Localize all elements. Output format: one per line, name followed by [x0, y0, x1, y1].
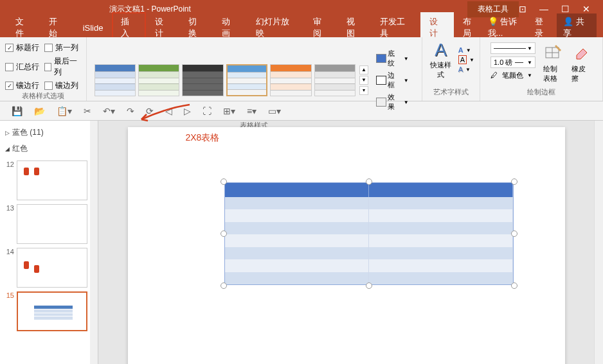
slide-title-text[interactable]: 2X8表格	[186, 132, 220, 144]
group-label-options: 表格样式选项	[5, 91, 81, 102]
resize-handle-tl[interactable]	[221, 178, 227, 185]
pen-color-button[interactable]: 🖊笔颜色▼	[491, 71, 536, 80]
resize-handle-ml[interactable]	[221, 230, 227, 237]
table-style-2[interactable]	[138, 64, 179, 96]
slide-thumb-14[interactable]	[17, 248, 87, 288]
quick-style-button[interactable]: A 快速样式	[428, 40, 455, 80]
resize-handle-tm[interactable]	[366, 178, 372, 185]
group-label-wordart: 艺术字样式	[428, 87, 474, 98]
close-button[interactable]: ✕	[582, 4, 590, 14]
text-outline-button[interactable]: A▼	[458, 55, 474, 64]
resize-handle-bl[interactable]	[221, 282, 227, 289]
slide-thumb-12[interactable]	[17, 160, 87, 200]
minimize-button[interactable]: —	[539, 4, 548, 14]
slide-thumb-13[interactable]	[17, 204, 87, 244]
slide-thumb-15[interactable]	[17, 291, 87, 331]
draw-table-button[interactable]: 绘制表格	[543, 42, 564, 83]
category-red[interactable]: ◢红色	[4, 141, 94, 157]
checkbox-last-col[interactable]: 最后一列	[44, 56, 81, 78]
qat-cut-icon[interactable]: ✂	[84, 106, 91, 116]
styles-row-up[interactable]: ▲	[359, 65, 368, 74]
effects-button[interactable]: 效果▼	[375, 91, 410, 113]
text-effects-button[interactable]: A▼	[458, 65, 474, 73]
menu-bar: 文件 开始 iSlide 插入 设计 切换 动画 幻灯片放映 审阅 视图 开发工…	[0, 18, 603, 37]
table-style-1[interactable]	[94, 64, 136, 96]
shading-button[interactable]: 底纹▼	[375, 48, 410, 69]
tell-me-search[interactable]: 💡 告诉我...	[488, 16, 529, 39]
group-label-draw-borders: 绘制边框	[485, 87, 597, 98]
resize-handle-mr[interactable]	[511, 230, 518, 237]
ribbon: 标题行 第一列 汇总行 最后一列 镶边行 镶边列 表格样式选项 ▲ ▼ ▾ 底纹…	[0, 37, 603, 101]
slide-number: 15	[4, 291, 14, 299]
slide-number: 13	[4, 204, 14, 212]
vertical-scrollbar[interactable]	[594, 121, 603, 364]
text-fill-button[interactable]: A▼	[458, 46, 474, 54]
category-blue[interactable]: ▷蓝色 (11)	[4, 125, 94, 141]
styles-more[interactable]: ▾	[359, 86, 368, 95]
eraser-button[interactable]: 橡皮擦	[572, 42, 592, 83]
slide-canvas[interactable]: 2X8表格	[128, 127, 565, 364]
login-button[interactable]: 登录	[535, 16, 550, 39]
qat-save-icon[interactable]: 💾	[12, 106, 22, 116]
slide-editor-area[interactable]: 2X8表格	[98, 121, 594, 364]
pen-style-dropdown[interactable]: ▼	[491, 42, 536, 54]
styles-row-down[interactable]: ▼	[359, 76, 368, 85]
table-style-6[interactable]	[314, 64, 356, 96]
checkbox-banded-col[interactable]: 镶边列	[44, 80, 81, 91]
qat-paste-icon[interactable]: 📋▾	[57, 106, 72, 116]
pen-icon: 🖊	[491, 71, 500, 80]
maximize-button[interactable]: ☐	[561, 4, 570, 14]
borders-button[interactable]: 边框▼	[375, 69, 410, 91]
lightbulb-icon: 💡	[488, 17, 498, 26]
thumbnail-scrollbar[interactable]	[90, 121, 98, 364]
checkbox-first-col[interactable]: 第一列	[44, 42, 81, 53]
qat-open-icon[interactable]: 📂	[34, 106, 45, 116]
menu-islide[interactable]: iSlide	[74, 19, 113, 37]
resize-handle-br[interactable]	[511, 282, 518, 289]
draw-table-icon	[543, 42, 564, 63]
resize-handle-bm[interactable]	[366, 282, 372, 289]
table-object[interactable]	[224, 182, 514, 285]
slide-thumbnail-panel: ▷蓝色 (11) ◢红色 12 13 14 15	[0, 121, 98, 364]
table-style-4[interactable]	[226, 64, 267, 96]
ribbon-options-icon[interactable]: ⊡	[519, 4, 526, 14]
table-style-5[interactable]	[270, 64, 311, 96]
checkbox-banded-row[interactable]: 镶边行	[5, 80, 39, 91]
slide-number: 12	[4, 160, 14, 168]
wordart-a-icon: A	[428, 40, 455, 60]
checkbox-total-row[interactable]: 汇总行	[5, 56, 39, 78]
pen-weight-dropdown[interactable]: 1.0 磅▼	[491, 56, 536, 68]
eraser-icon	[572, 42, 592, 63]
resize-handle-tr[interactable]	[511, 178, 518, 185]
checkbox-header-row[interactable]: 标题行	[5, 42, 39, 53]
slide-number: 14	[4, 248, 14, 256]
table-style-3[interactable]	[182, 64, 223, 96]
